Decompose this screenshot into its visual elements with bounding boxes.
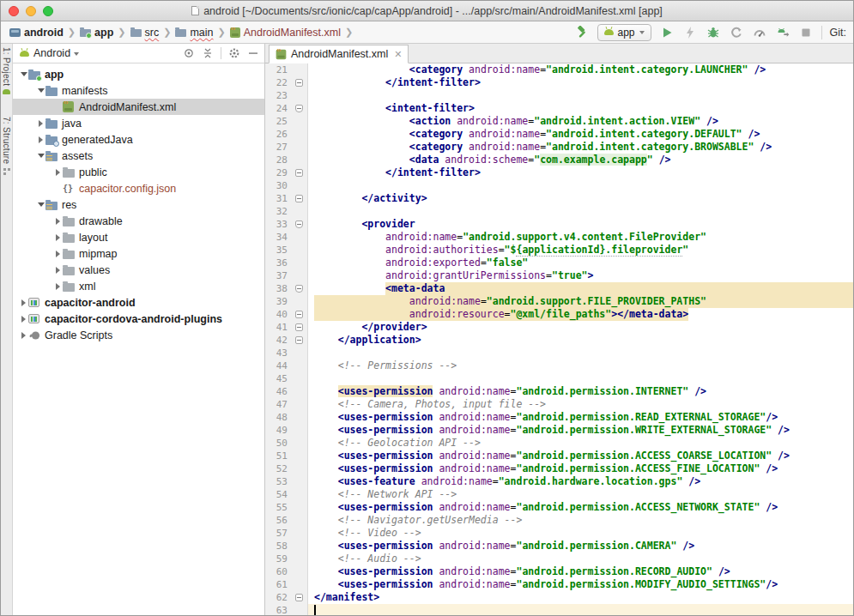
collapsed-arrow-icon[interactable] <box>53 283 63 290</box>
fold-end-icon[interactable] <box>295 169 303 177</box>
tree-item-res[interactable]: res <box>13 196 264 213</box>
code-line[interactable]: 53 <uses-feature android:name="android.h… <box>265 475 853 488</box>
tree-item-values[interactable]: values <box>13 262 264 278</box>
editor-code[interactable]: 21 <category android:name="android.inten… <box>265 63 853 615</box>
code-line[interactable]: 61 <uses-permission android:name="androi… <box>265 578 853 591</box>
apply-changes-icon[interactable] <box>682 25 698 40</box>
tree-item-drawable[interactable]: drawable <box>13 213 264 229</box>
tree-item-layout[interactable]: layout <box>13 229 264 245</box>
collapsed-arrow-icon[interactable] <box>36 136 45 143</box>
run-configuration-select[interactable]: app <box>597 24 651 41</box>
fold-end-icon[interactable] <box>295 323 303 331</box>
code-line[interactable]: 63 <box>265 604 853 615</box>
breadcrumb-item-main[interactable]: main <box>173 26 215 39</box>
code-line[interactable]: 25 <action android:name="android.intent.… <box>265 115 853 128</box>
fold-start-icon[interactable] <box>295 105 303 112</box>
code-line[interactable]: 44 <!-- Permissions --> <box>265 359 853 372</box>
expanded-arrow-icon[interactable] <box>36 202 45 207</box>
code-line[interactable]: 28 <data android:scheme="com.example.cap… <box>265 154 853 166</box>
code-line[interactable]: 41 </provider> <box>265 321 853 334</box>
tree-item-manifests[interactable]: manifests <box>13 82 264 99</box>
code-line[interactable]: 50 <!-- Geolocation API --> <box>265 437 853 450</box>
stop-button[interactable] <box>798 25 814 40</box>
code-line[interactable]: 29 </intent-filter> <box>265 166 853 179</box>
breadcrumb-item-src[interactable]: src <box>129 26 161 39</box>
tree-item-xml[interactable]: xml <box>13 278 264 294</box>
tree-item-public[interactable]: public <box>13 164 264 180</box>
code-line[interactable]: 27 <category android:name="android.inten… <box>265 141 853 154</box>
code-line[interactable]: 55 <uses-permission android:name="androi… <box>265 501 853 514</box>
zoom-window-button[interactable] <box>43 6 53 16</box>
tree-item-java[interactable]: java <box>13 115 264 131</box>
debug-bug-icon[interactable] <box>706 25 721 40</box>
tree-item-capacitor-config-json[interactable]: {}capacitor.config.json <box>13 180 264 196</box>
code-line[interactable]: 40 android:resource="@xml/file_paths"></… <box>265 308 853 321</box>
code-line[interactable]: 56 <!-- Navigator.getUserMedia --> <box>265 514 853 527</box>
code-line[interactable]: 48 <uses-permission android:name="androi… <box>265 411 853 424</box>
tool-window-tab-project[interactable]: 1: Project <box>2 47 11 94</box>
tree-item-app[interactable]: app <box>13 66 264 82</box>
tree-item-mipmap[interactable]: mipmap <box>13 245 264 262</box>
breadcrumb-item-android[interactable]: android <box>8 26 65 39</box>
code-line[interactable]: 32 <box>265 205 853 218</box>
fold-start-icon[interactable] <box>295 285 303 293</box>
code-line[interactable]: 26 <category android:name="android.inten… <box>265 128 853 141</box>
code-line[interactable]: 54 <!-- Network API --> <box>265 488 853 501</box>
locate-icon[interactable] <box>183 47 195 59</box>
fold-end-icon[interactable] <box>295 594 303 601</box>
code-line[interactable]: 45 <box>265 372 853 385</box>
close-window-button[interactable] <box>9 6 19 16</box>
collapsed-arrow-icon[interactable] <box>19 316 28 323</box>
code-line[interactable]: 62</manifest> <box>265 591 853 604</box>
settings-gear-icon[interactable] <box>228 47 240 59</box>
profiler-gauge-icon[interactable] <box>752 25 767 40</box>
collapsed-arrow-icon[interactable] <box>36 120 45 127</box>
collapsed-arrow-icon[interactable] <box>53 234 63 241</box>
code-line[interactable]: 38 <meta-data <box>265 282 853 295</box>
fold-end-icon[interactable] <box>295 311 303 318</box>
code-line[interactable]: 39 android:name="android.support.FILE_PR… <box>265 295 853 308</box>
code-line[interactable]: 30 <box>265 179 853 192</box>
tree-item-generatedjava[interactable]: generatedJava <box>13 131 264 148</box>
code-line[interactable]: 52 <uses-permission android:name="androi… <box>265 462 853 475</box>
code-line[interactable]: 21 <category android:name="android.inten… <box>265 63 853 76</box>
tree-item-capacitor-android[interactable]: capacitor-android <box>13 294 264 311</box>
fold-start-icon[interactable] <box>295 220 303 228</box>
code-line[interactable]: 36 android:exported="false" <box>265 257 853 269</box>
expanded-arrow-icon[interactable] <box>36 154 45 158</box>
breadcrumb-item-manifest[interactable]: AndroidManifest.xml <box>228 26 342 39</box>
expanded-arrow-icon[interactable] <box>19 72 28 76</box>
collapsed-arrow-icon[interactable] <box>53 218 63 225</box>
code-line[interactable]: 46 <uses-permission android:name="androi… <box>265 385 853 398</box>
collapsed-arrow-icon[interactable] <box>19 299 28 306</box>
build-hammer-icon[interactable] <box>574 25 590 40</box>
code-line[interactable]: 35 android:authorities="${applicationId}… <box>265 244 853 257</box>
project-view-selector[interactable]: Android <box>33 47 70 59</box>
code-line[interactable]: 42 </application> <box>265 334 853 347</box>
collapsed-arrow-icon[interactable] <box>53 251 63 257</box>
attach-debugger-icon[interactable] <box>775 25 790 40</box>
code-line[interactable]: 33 <provider <box>265 218 853 231</box>
code-line[interactable]: 31 </activity> <box>265 192 853 205</box>
code-line[interactable]: 57 <!-- Video --> <box>265 527 853 540</box>
code-line[interactable]: 43 <box>265 347 853 359</box>
tree-item-capacitor-cordova-android-plugins[interactable]: capacitor-cordova-android-plugins <box>13 311 264 327</box>
collapsed-arrow-icon[interactable] <box>19 332 28 339</box>
breadcrumb-item-app[interactable]: app <box>78 26 115 39</box>
collapsed-arrow-icon[interactable] <box>53 169 63 176</box>
fold-end-icon[interactable] <box>295 195 303 202</box>
code-line[interactable]: 37 android:grantUriPermissions="true"> <box>265 269 853 282</box>
tree-item-gradle-scripts[interactable]: Gradle Scripts <box>13 327 264 343</box>
tool-window-tab-structure[interactable]: 7: Structure <box>2 117 11 174</box>
collapsed-arrow-icon[interactable] <box>53 267 63 274</box>
code-line[interactable]: 59 <!-- Audio --> <box>265 553 853 565</box>
code-line[interactable]: 58 <uses-permission android:name="androi… <box>265 540 853 553</box>
code-line[interactable]: 60 <uses-permission android:name="androi… <box>265 565 853 578</box>
chevron-down-icon[interactable] <box>74 52 79 56</box>
hide-icon[interactable] <box>247 47 259 59</box>
code-line[interactable]: 47 <!-- Camera, Photos, input file --> <box>265 398 853 411</box>
close-tab-icon[interactable]: ✕ <box>394 49 402 60</box>
tree-item-androidmanifest-xml[interactable]: AndroidManifest.xml <box>13 99 264 115</box>
code-line[interactable]: 23 <box>265 89 853 102</box>
run-button[interactable] <box>659 25 675 40</box>
